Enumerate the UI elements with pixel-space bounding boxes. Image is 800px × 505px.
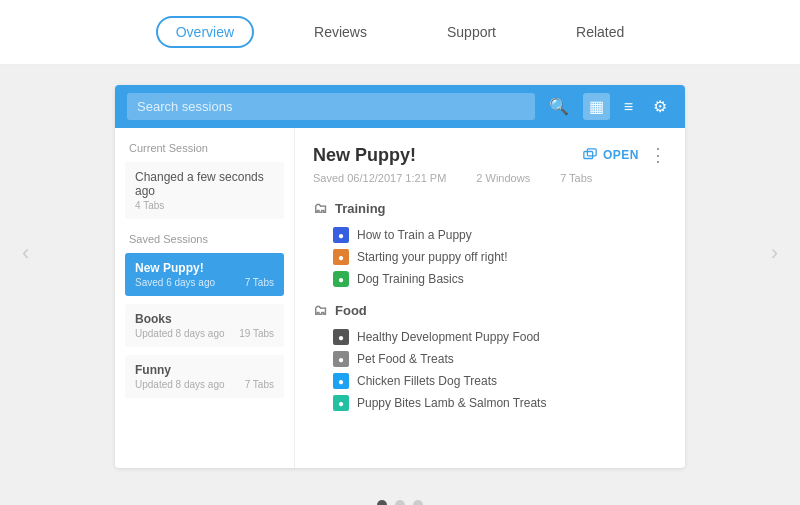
- saved-sessions-label: Saved Sessions: [125, 233, 284, 245]
- nav-related[interactable]: Related: [556, 16, 644, 48]
- saved-session-books[interactable]: Books Updated 8 days ago 19 Tabs: [125, 304, 284, 347]
- toolbar: 🔍 ▦ ≡ ⚙: [115, 85, 685, 128]
- next-arrow-button[interactable]: ›: [763, 232, 786, 274]
- tab-training-2[interactable]: ● Dog Training Basics: [313, 268, 667, 290]
- group-food-label: Food: [335, 303, 367, 318]
- favicon-food-3: ●: [333, 395, 349, 411]
- search-icon[interactable]: 🔍: [543, 93, 575, 120]
- tab-label-food-0: Healthy Development Puppy Food: [357, 330, 540, 344]
- saved-item-meta-0: Saved 6 days ago 7 Tabs: [135, 277, 274, 288]
- content-area: New Puppy! OPEN ⋮ Saved 06/12/2017: [295, 128, 685, 468]
- settings-icon[interactable]: ⚙: [647, 93, 673, 120]
- open-icon: [583, 148, 597, 162]
- current-session-title: Changed a few seconds ago: [135, 170, 274, 198]
- favicon-food-1: ●: [333, 351, 349, 367]
- grid-view-icon[interactable]: ▦: [583, 93, 610, 120]
- folder-icon-food: 🗂: [313, 302, 327, 318]
- favicon-2: ●: [333, 271, 349, 287]
- pagination-dots: [0, 488, 800, 505]
- more-options-icon[interactable]: ⋮: [649, 144, 667, 166]
- saved-session-funny[interactable]: Funny Updated 8 days ago 7 Tabs: [125, 355, 284, 398]
- tab-label-food-1: Pet Food & Treats: [357, 352, 454, 366]
- current-session-tabs: 4 Tabs: [135, 200, 274, 211]
- saved-item-meta-1: Updated 8 days ago 19 Tabs: [135, 328, 274, 339]
- dot-2[interactable]: [395, 500, 405, 505]
- card-body: Current Session Changed a few seconds ag…: [115, 128, 685, 468]
- tab-label-food-2: Chicken Fillets Dog Treats: [357, 374, 497, 388]
- content-actions: OPEN ⋮: [583, 144, 667, 166]
- favicon-food-0: ●: [333, 329, 349, 345]
- tab-label-training-2: Dog Training Basics: [357, 272, 464, 286]
- tab-food-1[interactable]: ● Pet Food & Treats: [313, 348, 667, 370]
- prev-arrow-button[interactable]: ‹: [14, 232, 37, 274]
- windows-count: 2 Windows: [476, 172, 530, 184]
- favicon-food-2: ●: [333, 373, 349, 389]
- tab-food-2[interactable]: ● Chicken Fillets Dog Treats: [313, 370, 667, 392]
- content-header: New Puppy! OPEN ⋮: [313, 144, 667, 166]
- search-input[interactable]: [127, 93, 535, 120]
- saved-item-title-0: New Puppy!: [135, 261, 274, 275]
- dot-1[interactable]: [377, 500, 387, 505]
- tab-training-0[interactable]: ● How to Train a Puppy: [313, 224, 667, 246]
- saved-date: Saved 06/12/2017 1:21 PM: [313, 172, 446, 184]
- saved-session-new-puppy[interactable]: New Puppy! Saved 6 days ago 7 Tabs: [125, 253, 284, 296]
- list-view-icon[interactable]: ≡: [618, 94, 639, 120]
- nav-support[interactable]: Support: [427, 16, 516, 48]
- tabs-count: 7 Tabs: [560, 172, 592, 184]
- nav-reviews[interactable]: Reviews: [294, 16, 387, 48]
- sidebar: Current Session Changed a few seconds ag…: [115, 128, 295, 468]
- saved-item-title-2: Funny: [135, 363, 274, 377]
- saved-item-meta-2: Updated 8 days ago 7 Tabs: [135, 379, 274, 390]
- saved-item-title-1: Books: [135, 312, 274, 326]
- dot-3[interactable]: [413, 500, 423, 505]
- tab-training-1[interactable]: ● Starting your puppy off right!: [313, 246, 667, 268]
- current-session-label: Current Session: [125, 142, 284, 154]
- nav-overview[interactable]: Overview: [156, 16, 254, 48]
- svg-rect-1: [587, 149, 596, 156]
- session-title: New Puppy!: [313, 145, 416, 166]
- sessions-card: 🔍 ▦ ≡ ⚙ Current Session Changed a few se…: [115, 85, 685, 468]
- favicon-1: ●: [333, 249, 349, 265]
- tab-food-0[interactable]: ● Healthy Development Puppy Food: [313, 326, 667, 348]
- tab-label-training-0: How to Train a Puppy: [357, 228, 472, 242]
- tab-label-food-3: Puppy Bites Lamb & Salmon Treats: [357, 396, 546, 410]
- main-area: 🔍 ▦ ≡ ⚙ Current Session Changed a few se…: [0, 65, 800, 488]
- content-meta: Saved 06/12/2017 1:21 PM 2 Windows 7 Tab…: [313, 172, 667, 184]
- top-navigation: Overview Reviews Support Related: [0, 0, 800, 65]
- group-training-header: 🗂 Training: [313, 200, 667, 216]
- svg-rect-0: [584, 152, 593, 159]
- tab-food-3[interactable]: ● Puppy Bites Lamb & Salmon Treats: [313, 392, 667, 414]
- current-session-item[interactable]: Changed a few seconds ago 4 Tabs: [125, 162, 284, 219]
- favicon-0: ●: [333, 227, 349, 243]
- folder-icon-training: 🗂: [313, 200, 327, 216]
- group-training-label: Training: [335, 201, 386, 216]
- tab-label-training-1: Starting your puppy off right!: [357, 250, 508, 264]
- open-button[interactable]: OPEN: [583, 148, 639, 162]
- group-food-header: 🗂 Food: [313, 302, 667, 318]
